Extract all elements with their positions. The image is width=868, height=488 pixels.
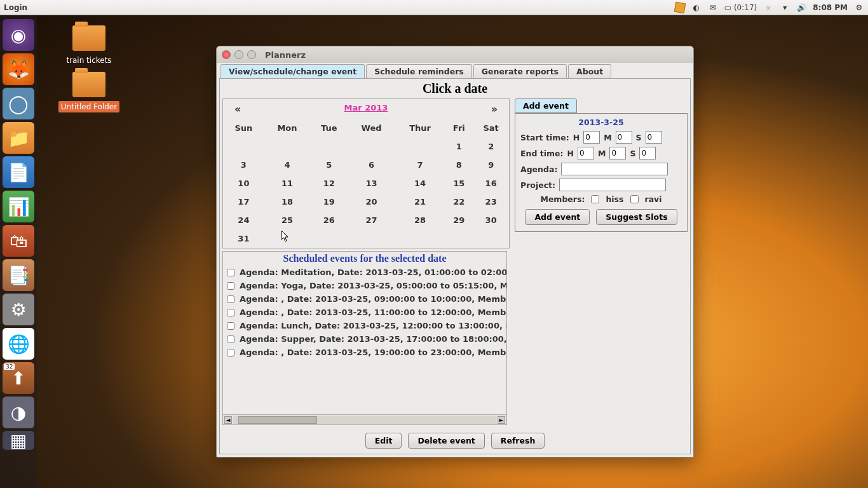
software-center-icon[interactable]: 🛍 [3,225,34,257]
calendar-day[interactable]: 20 [348,193,395,211]
calendar-day[interactable]: 7 [395,156,445,174]
calendar-day[interactable]: 18 [264,193,310,211]
titlebar[interactable]: Plannerz [217,46,693,63]
chrome-icon[interactable]: 🌐 [3,328,34,360]
calendar-day[interactable]: 14 [395,174,445,193]
event-checkbox[interactable] [227,282,234,290]
calendar-day[interactable]: 2 [473,137,509,156]
volume-icon[interactable]: 🔊 [796,3,806,13]
calendar-day[interactable]: 12 [310,174,348,193]
event-row[interactable]: Agenda: , Date: 2013-03-25, 19:00:00 to … [223,346,506,359]
battery-indicator[interactable]: ▭ (0:17) [724,3,757,12]
project-input[interactable] [559,179,666,191]
event-row[interactable]: Agenda: Supper, Date: 2013-03-25, 17:00:… [223,332,506,346]
tab-reminders[interactable]: Schedule reminders [366,64,472,78]
start-min-input[interactable] [616,131,632,144]
event-checkbox[interactable] [227,309,234,316]
next-month-button[interactable]: » [491,103,498,115]
folder-untitled[interactable]: Untitled Folder [51,72,127,112]
event-row[interactable]: Agenda: Lunch, Date: 2013-03-25, 12:00:0… [223,319,506,332]
event-row[interactable]: Agenda: Meditation, Date: 2013-03-25, 01… [223,266,506,279]
calendar-day[interactable]: 24 [223,211,264,229]
scroll-right-icon[interactable]: ► [498,416,505,424]
dash-home-icon[interactable]: ◉ [3,19,34,51]
event-checkbox[interactable] [227,322,234,330]
calendar-day[interactable]: 27 [348,211,395,229]
calendar-day[interactable]: 26 [310,211,348,229]
sync-icon[interactable]: ◐ [691,3,702,13]
start-hour-input[interactable] [583,131,600,144]
calendar-day[interactable]: 9 [473,156,509,174]
calendar-day[interactable]: 17 [223,193,264,211]
event-checkbox[interactable] [227,269,234,276]
refresh-button[interactable]: Refresh [491,433,545,449]
calendar-day[interactable]: 16 [473,174,509,193]
firefox-icon[interactable]: 🦊 [3,53,34,85]
calendar-day[interactable]: 21 [395,193,445,211]
event-checkbox[interactable] [227,295,234,303]
tab-view-schedule[interactable]: View/schedule/change event [220,64,365,78]
updates-icon[interactable]: ⬆ [3,362,34,394]
event-row[interactable]: Agenda: , Date: 2013-03-25, 09:00:00 to … [223,292,506,306]
calendar-day[interactable]: 5 [310,156,348,174]
calendar-day[interactable]: 19 [310,193,348,211]
calendar-day[interactable]: 31 [223,229,264,248]
clock[interactable]: 8:08 PM [813,3,848,12]
calendar-day[interactable]: 25 [264,211,310,229]
settings-icon[interactable]: ⚙ [3,294,34,325]
calendar-day[interactable]: 11 [264,174,310,193]
member-ravi-checkbox[interactable] [630,195,639,203]
calendar-day[interactable]: 28 [395,211,445,229]
calendar-day[interactable]: 29 [445,211,473,229]
event-checkbox[interactable] [227,336,234,343]
scroll-left-icon[interactable]: ◄ [224,416,232,424]
end-min-input[interactable] [609,147,626,159]
events-scrollbar[interactable]: ◄ ► [223,414,506,424]
delete-event-button[interactable]: Delete event [408,433,484,449]
member-hiss-checkbox[interactable] [591,195,599,203]
minimize-icon[interactable] [234,50,243,59]
calendar-day[interactable]: 4 [264,156,310,174]
calendar-day[interactable]: 23 [473,193,509,211]
files-icon[interactable]: 📁 [3,122,34,154]
add-event-button[interactable]: Add event [525,209,590,225]
month-label[interactable]: Mar 2013 [344,103,388,115]
tab-reports[interactable]: Generate reports [473,64,567,78]
end-sec-input[interactable] [639,147,656,159]
eclipse-icon[interactable]: ◑ [3,396,34,428]
scroll-thumb[interactable] [238,416,317,424]
writer-icon[interactable]: 📄 [3,156,34,188]
event-row[interactable]: Agenda: Yoga, Date: 2013-03-25, 05:00:00… [223,279,506,292]
scroll-track[interactable] [233,416,496,424]
chromium-icon[interactable]: ◯ [3,88,34,119]
suggest-slots-button[interactable]: Suggest Slots [596,209,677,225]
tab-about[interactable]: About [568,64,611,78]
close-icon[interactable] [222,50,231,59]
calendar-day[interactable]: 6 [348,156,395,174]
panel-menu[interactable]: Login [4,3,27,12]
calendar-day[interactable]: 13 [348,174,395,193]
end-hour-input[interactable] [578,147,594,159]
mail-icon[interactable]: ✉ [708,3,718,13]
calendar-day[interactable]: 8 [445,156,473,174]
app-indicator-icon[interactable] [674,1,686,13]
calendar-day[interactable]: 1 [445,137,473,156]
maximize-icon[interactable] [247,50,256,59]
start-sec-input[interactable] [646,131,662,144]
calc-icon[interactable]: 📊 [3,191,34,222]
tab-add-event[interactable]: Add event [515,98,577,113]
prev-month-button[interactable]: « [234,103,241,115]
event-checkbox[interactable] [227,349,234,356]
wifi-icon[interactable]: ▾ [780,3,790,13]
calendar-day[interactable]: 22 [445,193,473,211]
workspace-switcher-icon[interactable]: ▦ [3,431,34,450]
gear-icon[interactable]: ⚙ [854,3,864,13]
calendar-day[interactable]: 10 [223,174,264,193]
calendar-day[interactable]: 3 [223,156,264,174]
impress-icon[interactable]: 📑 [3,259,34,291]
folder-train-tickets[interactable]: train tickets [51,25,127,65]
calendar-day[interactable]: 15 [445,174,473,193]
edit-button[interactable]: Edit [365,433,402,449]
bluetooth-icon[interactable]: ⚹ [763,3,773,13]
agenda-input[interactable] [561,163,668,175]
